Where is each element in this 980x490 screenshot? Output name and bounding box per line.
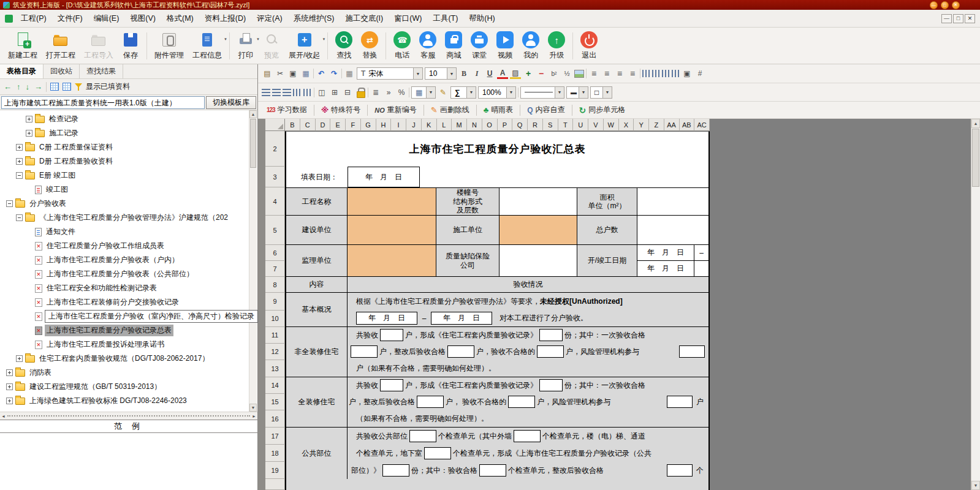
column-header[interactable]: E — [330, 119, 346, 131]
grid-edit-icon[interactable] — [50, 83, 59, 91]
delete-row-icon[interactable] — [283, 89, 291, 96]
show-filled-data-toggle[interactable]: 显示已填资料 — [86, 81, 130, 92]
tree-scrollbar[interactable] — [249, 110, 257, 412]
zoom-select[interactable]: 100% — [478, 86, 516, 99]
example-section-header[interactable]: 范 例 — [0, 420, 257, 433]
column-header[interactable]: S — [543, 119, 558, 131]
insert-image-icon[interactable] — [574, 70, 584, 78]
toolbar-separator[interactable] — [146, 32, 147, 59]
builder-unit-label[interactable]: 施工单位 — [436, 216, 499, 244]
column-header[interactable]: U — [573, 119, 588, 131]
unmerge-cells-icon[interactable] — [342, 87, 353, 98]
menu-item[interactable]: 工程(P) — [15, 10, 52, 27]
list-format-icon[interactable] — [370, 87, 381, 98]
toolbar-separator[interactable] — [386, 32, 386, 59]
column-header[interactable]: D — [316, 119, 331, 131]
equal-height-icon[interactable] — [672, 70, 680, 77]
tree-item-acceptance-summary[interactable]: 上海市住宅工程质量分户验收记录总表 — [0, 323, 257, 337]
tree-item-inspection-records[interactable]: 检查记录 — [0, 112, 257, 126]
row-header[interactable]: 7 — [265, 261, 285, 277]
expander-icon[interactable] — [6, 398, 13, 404]
tree-item-construction-records[interactable]: 施工记录 — [0, 126, 257, 140]
column-header[interactable]: I — [391, 119, 406, 131]
tree-item-indoor-dimension-record[interactable]: 上海市住宅工程质量分户验收（室内净距、净高尺寸）检验记录 — [0, 309, 257, 323]
tool-separator[interactable] — [476, 105, 477, 116]
close-button[interactable]: ✕ — [952, 1, 960, 9]
total-households-input[interactable] — [637, 216, 708, 244]
blank-input[interactable] — [417, 396, 444, 408]
menu-item[interactable]: 施工交底(I) — [340, 10, 389, 27]
underline-icon[interactable] — [484, 68, 495, 79]
learn-data-button[interactable]: 123 学习数据 — [262, 102, 312, 118]
percent-format-icon[interactable] — [396, 87, 407, 98]
empty-cell[interactable] — [694, 261, 708, 276]
phone-button[interactable]: 电话 — [389, 29, 415, 62]
row-header[interactable]: 10 — [265, 311, 285, 327]
supervisor-unit-input[interactable] — [348, 245, 436, 276]
delete-icon[interactable] — [536, 68, 547, 79]
insert-row-above-icon[interactable] — [262, 89, 270, 96]
menu-item[interactable]: 工具(T) — [427, 10, 463, 27]
tree-item-indoor-quality-spec[interactable]: 住宅工程套内质量验收规范（DG/TJ08-2062-2017） — [0, 352, 257, 366]
tab-search-results[interactable]: 查找结果 — [80, 64, 123, 78]
copy-icon[interactable] — [287, 68, 298, 79]
align-center-icon[interactable] — [601, 68, 612, 79]
draw-strikeline-button[interactable]: ✎ 画删除线 — [426, 102, 474, 118]
renumber-button[interactable]: NO 重新编号 — [370, 102, 422, 118]
tree-item-safety-function-test[interactable]: 住宅工程安全和功能性检测记录表 — [0, 281, 257, 295]
number-format-select[interactable] — [411, 86, 436, 99]
tree-item-volume-e[interactable]: E册 竣工图 — [0, 168, 257, 183]
column-header[interactable]: AB — [680, 119, 695, 131]
open-complete-date-label[interactable]: 开/竣工日期 — [577, 245, 637, 276]
supervisor-unit-label[interactable]: 监理单位 — [286, 245, 348, 276]
blank-input[interactable] — [447, 345, 474, 358]
spreadsheet-canvas[interactable]: BCDEFGHIJKLMNOPQRSTUVWXYZAAABAC 2 上海市住宅工… — [258, 119, 980, 490]
row-header[interactable]: 2 — [265, 131, 285, 167]
scroll-thumb[interactable] — [250, 119, 256, 168]
nav-up-icon[interactable]: ↑ — [17, 82, 21, 91]
acceptance-start-date-input[interactable]: 年 月 日 — [356, 312, 417, 325]
column-header[interactable]: T — [558, 119, 574, 131]
blank-input[interactable] — [382, 464, 409, 477]
tree-item-volume-c[interactable]: C册 工程质量保证资料 — [0, 140, 257, 154]
menu-item[interactable]: 系统维护(S) — [288, 10, 340, 27]
toolbar-separator[interactable] — [572, 32, 573, 59]
menu-item[interactable]: 格式(M) — [161, 10, 199, 27]
scroll-down-icon[interactable] — [971, 481, 980, 490]
toolbar-separator[interactable] — [229, 32, 230, 59]
mdi-minimize-button[interactable]: — — [941, 14, 952, 23]
scroll-up-icon[interactable] — [249, 110, 257, 118]
blank-input[interactable] — [539, 329, 563, 341]
row-header[interactable]: 17 — [265, 428, 285, 445]
nav-right-icon[interactable]: → — [34, 82, 42, 91]
import-project-button[interactable]: 工程导入 — [80, 29, 118, 62]
column-header[interactable]: M — [452, 119, 467, 131]
column-header[interactable]: P — [498, 119, 513, 131]
row-header[interactable]: 5 — [265, 216, 285, 245]
bold-icon[interactable] — [458, 68, 469, 79]
grid-copy-icon[interactable] — [63, 83, 71, 91]
scroll-up-icon[interactable] — [971, 119, 980, 128]
tree-item-supervision-spec[interactable]: 建设工程监理规范（GB/T 50319-2013） — [0, 380, 257, 394]
area-input[interactable] — [637, 188, 708, 215]
non-decorated-label[interactable]: 非全装修住宅 — [286, 327, 348, 377]
tree-item-acceptance-indoor[interactable]: 上海市住宅工程质量分户验收表（户内） — [0, 253, 257, 267]
menu-item[interactable]: 评定(A) — [251, 10, 288, 27]
border-box-icon[interactable] — [682, 68, 693, 79]
open-date-input[interactable]: 年 月 日 — [637, 245, 694, 260]
tree-item-management-measures[interactable]: 《上海市住宅工程质量分户验收管理办法》沪建规范（202 — [0, 211, 257, 225]
my-account-button[interactable]: 我的 — [518, 29, 544, 62]
open-project-button[interactable]: 打开工程 — [42, 29, 80, 62]
tool-separator[interactable] — [520, 105, 520, 116]
align-left-icon[interactable] — [588, 68, 599, 79]
grid-toggle-icon[interactable] — [694, 68, 705, 79]
column-header[interactable]: L — [437, 119, 452, 131]
blank-input[interactable] — [537, 345, 564, 358]
column-header[interactable]: F — [346, 119, 361, 131]
shape-select[interactable] — [590, 86, 612, 99]
distribute-vertical-icon[interactable] — [652, 70, 660, 77]
decorated-label[interactable]: 全装修住宅 — [286, 377, 348, 427]
expander-icon[interactable] — [6, 383, 13, 390]
font-size-select[interactable]: 10 — [425, 67, 457, 80]
expander-icon[interactable] — [16, 158, 23, 165]
